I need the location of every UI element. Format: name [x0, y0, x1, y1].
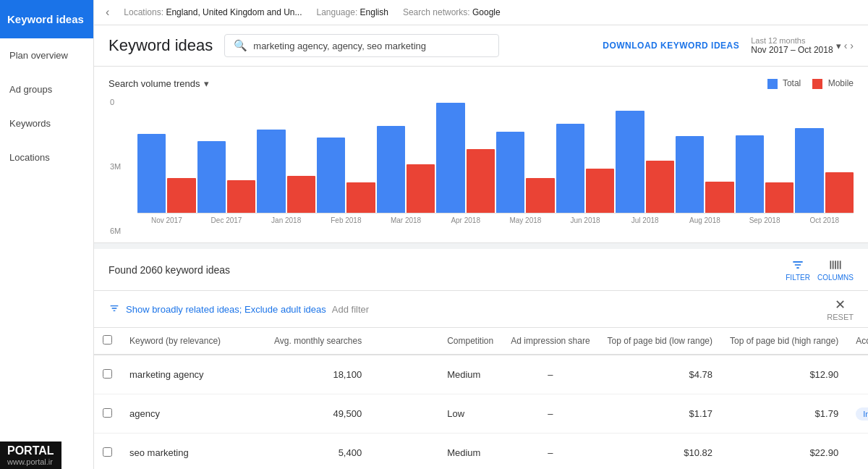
bar-total — [736, 135, 764, 213]
columns-button[interactable]: COLUMNS — [817, 258, 854, 282]
row-bid-low: $1.17 — [599, 394, 721, 434]
row-checkbox[interactable] — [103, 369, 112, 379]
bar-total — [676, 136, 704, 213]
th-keyword: Keyword (by relevance) — [121, 328, 265, 355]
row-competition: Low — [438, 394, 502, 434]
filter-bar: Show broadly related ideas; Exclude adul… — [94, 291, 868, 328]
bar-total — [795, 128, 823, 213]
row-keyword: seo marketing — [121, 434, 265, 470]
sparkline — [379, 363, 430, 384]
row-bid-low: $10.82 — [599, 434, 721, 470]
networks-label: Search networks: — [403, 7, 470, 17]
row-bid-high: $22.90 — [721, 434, 847, 470]
th-competition: Competition — [438, 328, 502, 355]
row-keyword: marketing agency — [121, 355, 265, 394]
topbar-networks: Search networks: Google — [403, 7, 501, 17]
bar-mobile — [467, 149, 495, 213]
topbar-locations: Locations: England, United Kingdom and U… — [124, 7, 302, 17]
content-area: Keyword ideas 🔍 DOWNLOAD KEYWORD IDEAS L… — [94, 25, 868, 469]
download-button[interactable]: DOWNLOAD KEYWORD IDEAS — [603, 41, 739, 51]
bar-group — [736, 135, 794, 213]
row-sparkline-cell — [370, 434, 438, 470]
topbar: ‹ Locations: England, United Kingdom and… — [94, 0, 868, 25]
back-button[interactable]: ‹ — [106, 6, 109, 19]
x-label: Sep 2018 — [736, 216, 794, 224]
bar-total — [377, 126, 405, 213]
legend-mobile-label: Mobile — [828, 78, 854, 88]
row-checkbox[interactable] — [103, 408, 112, 418]
chart-legend: Total Mobile — [767, 78, 854, 89]
chart-dropdown-icon[interactable]: ▾ — [204, 78, 209, 89]
bar-group — [137, 134, 196, 213]
table-toolbar: Found 2060 keyword ideas FILTER COLUMNS — [94, 249, 868, 291]
row-checkbox-cell — [94, 434, 121, 470]
keyword-table: Keyword (by relevance) Avg. monthly sear… — [94, 328, 868, 469]
row-ad-impression: – — [502, 434, 598, 470]
search-icon: 🔍 — [234, 39, 247, 52]
bar-mobile — [825, 172, 854, 213]
found-text: Found 2060 keyword ideas — [109, 264, 778, 276]
legend-mobile-dot — [812, 79, 822, 89]
bar-mobile — [526, 178, 554, 213]
sidebar-item-locations[interactable]: Locations — [0, 140, 93, 174]
x-label: Jun 2018 — [556, 216, 615, 224]
legend-total-label: Total — [783, 78, 801, 88]
legend-total: Total — [767, 78, 801, 89]
watermark: PORTAL www.portal.ir — [0, 441, 61, 469]
bar-total — [137, 134, 166, 213]
reset-x-icon: ✕ — [835, 297, 846, 313]
filter-text-link[interactable]: Show broadly related ideas; Exclude adul… — [126, 304, 326, 315]
chart-title: Search volume trends — [109, 78, 200, 89]
select-all-checkbox[interactable] — [103, 335, 112, 345]
legend-total-dot — [767, 79, 778, 89]
row-sparkline-cell — [370, 394, 438, 434]
y-label-0: 0 — [110, 98, 121, 106]
bar-group — [436, 103, 495, 213]
date-range-label: Last 12 months — [751, 36, 833, 45]
filter-button[interactable]: FILTER — [786, 258, 810, 282]
sparkline — [379, 402, 430, 423]
th-avg-searches: Avg. monthly searches — [265, 328, 370, 355]
row-ad-impression: – — [502, 355, 598, 394]
locations-value: England, United Kingdom and Un... — [166, 7, 302, 17]
th-bid-high: Top of page bid (high range) — [721, 328, 847, 355]
date-range-dropdown[interactable]: ▾ — [836, 41, 841, 51]
table-row: marketing agency18,100Medium–$4.78$12.90 — [94, 355, 868, 394]
bar-mobile — [167, 178, 195, 213]
bar-group — [556, 124, 615, 213]
legend-mobile: Mobile — [812, 78, 854, 89]
x-label: Jul 2018 — [616, 216, 674, 224]
date-next-button[interactable]: › — [850, 40, 854, 51]
table-row: agency49,500Low–$1.17$1.79In Account — [94, 394, 868, 434]
bar-group — [496, 132, 555, 213]
page-header: Keyword ideas 🔍 DOWNLOAD KEYWORD IDEAS L… — [94, 25, 868, 67]
row-bid-low: $4.78 — [599, 355, 721, 394]
reset-button[interactable]: ✕ RESET — [827, 297, 854, 321]
row-checkbox[interactable] — [103, 447, 112, 457]
x-label: Feb 2018 — [317, 216, 375, 224]
sidebar-item-plan-overview[interactable]: Plan overview — [0, 38, 93, 72]
bar-group — [317, 138, 375, 213]
x-label: Oct 2018 — [795, 216, 854, 224]
sidebar-item-keywords[interactable]: Keywords — [0, 106, 93, 140]
x-label: May 2018 — [496, 216, 555, 224]
search-box: 🔍 — [224, 34, 499, 57]
watermark-brand: PORTAL — [7, 444, 54, 457]
page-title: Keyword ideas — [109, 36, 213, 55]
th-account-status: Account status — [847, 328, 868, 355]
table-header-row: Keyword (by relevance) Avg. monthly sear… — [94, 328, 868, 355]
bar-group — [795, 128, 854, 213]
row-account-status — [847, 355, 868, 394]
bar-mobile — [586, 169, 614, 213]
add-filter-button[interactable]: Add filter — [332, 304, 369, 315]
row-keyword: agency — [121, 394, 265, 434]
bar-mobile — [646, 161, 674, 213]
row-sparkline-cell — [370, 355, 438, 394]
x-label: Dec 2017 — [197, 216, 256, 224]
row-avg-searches: 5,400 — [265, 434, 370, 470]
row-bid-high: $1.79 — [721, 394, 847, 434]
date-prev-button[interactable]: ‹ — [844, 40, 848, 51]
search-input[interactable] — [253, 41, 490, 51]
sidebar-item-ad-groups[interactable]: Ad groups — [0, 72, 93, 106]
bar-total — [317, 138, 345, 213]
